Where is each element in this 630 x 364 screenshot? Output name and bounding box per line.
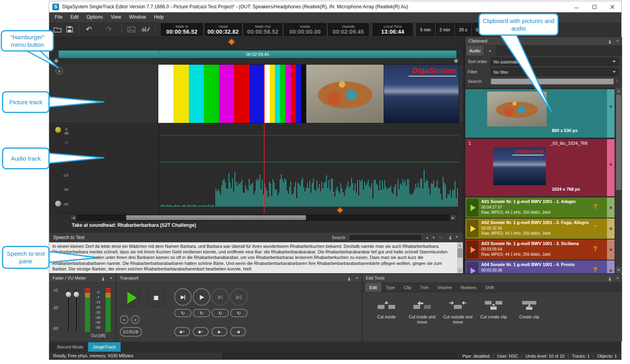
- picture-tool-button[interactable]: [126, 24, 137, 34]
- fader-close-button[interactable]: ×: [110, 276, 112, 280]
- menu-options[interactable]: Options: [83, 12, 107, 22]
- item-delete-strip[interactable]: ×: [607, 139, 615, 196]
- fader-handle-left[interactable]: [65, 291, 71, 297]
- clipboard-item-audio-1[interactable]: A01 Sonate Nr. 1 g-moll BWV 1001 - 1. Ad…: [465, 197, 615, 218]
- fader-pin-button[interactable]: [101, 276, 105, 283]
- next-marker-button[interactable]: ▶: [211, 327, 227, 336]
- menu-window[interactable]: Window: [125, 12, 150, 22]
- sort-order-dropdown[interactable]: No automatic sort: [491, 58, 618, 65]
- speech-transcript[interactable]: In einem kleinen Dorf da lebte einst ein…: [49, 242, 463, 273]
- save-button[interactable]: [64, 24, 75, 34]
- close-button[interactable]: [603, 1, 621, 12]
- clipboard-item-audio-4[interactable]: A04 Sonate Nr. 1 g-moll BWV 1001 - 4. Pr…: [465, 261, 615, 273]
- colorbar-image[interactable]: [158, 65, 265, 123]
- picture-track[interactable]: ≡ DigaSystem: [49, 65, 463, 123]
- item-delete-strip[interactable]: ×: [607, 218, 615, 239]
- timecode-outside[interactable]: Outside 00:02:09.45: [328, 23, 369, 36]
- speech-scrollbar[interactable]: ▲ ▼: [457, 242, 463, 273]
- loop-button-1[interactable]: ↻: [174, 309, 192, 317]
- redo-button[interactable]: ↷: [103, 24, 114, 34]
- edit-tools-pin-button[interactable]: [608, 276, 612, 283]
- add-marker-button[interactable]: ◆+: [174, 327, 190, 336]
- tab-clip[interactable]: Clip: [400, 283, 416, 292]
- tab-edit[interactable]: Edit: [365, 283, 381, 292]
- zoom-2min-button[interactable]: 2 min: [436, 23, 454, 36]
- maximize-button[interactable]: [586, 1, 603, 12]
- prev-marker-button[interactable]: ◀: [230, 327, 246, 336]
- clipboard-pin-button[interactable]: [608, 39, 612, 46]
- cut-outside-move-button[interactable]: Cut outside and move: [441, 296, 474, 336]
- loop-button-3[interactable]: ↻: [211, 309, 229, 317]
- clipboard-scrollbar[interactable]: ▲ ▼: [615, 88, 622, 273]
- cut-inside-button[interactable]: Cut inside: [370, 296, 403, 336]
- tab-trim[interactable]: Trim: [416, 283, 433, 292]
- zoom-20s-button[interactable]: 20 s: [455, 23, 471, 36]
- tab-shift[interactable]: Shift: [481, 283, 498, 292]
- speech-scroll-down[interactable]: ▼: [457, 268, 463, 273]
- hamburger-menu-button[interactable]: ≡: [56, 67, 63, 75]
- speech-pin-button[interactable]: [448, 235, 452, 242]
- minimize-button[interactable]: [568, 1, 586, 12]
- clipboard-tab-audio[interactable]: Audio: [466, 46, 484, 56]
- item-delete-strip[interactable]: ×: [607, 239, 615, 260]
- speech-scroll-thumb[interactable]: [457, 248, 463, 258]
- audio-track[interactable]: -5 dB -7 -9 -13 -18 -40: [49, 125, 463, 213]
- tab-volume[interactable]: Volume: [433, 283, 456, 292]
- timecode-inside[interactable]: Inside 00:00:00.00: [284, 23, 326, 36]
- menu-edit[interactable]: Edit: [66, 12, 83, 22]
- waveform-edit-button[interactable]: [140, 24, 151, 34]
- transport-close-button[interactable]: ×: [356, 276, 358, 280]
- lizard-mosaic-image[interactable]: [306, 65, 384, 123]
- timecode-mark-in[interactable]: Mark In 00:00:56.52: [161, 23, 203, 36]
- skip-forward-button[interactable]: »: [131, 315, 140, 324]
- timecode-local-time[interactable]: Local Time 13:06:44: [373, 23, 413, 36]
- cut-inside-move-button[interactable]: Cut inside and move: [405, 296, 439, 336]
- speech-close-button[interactable]: ×: [455, 234, 458, 239]
- remove-marker-button[interactable]: ◆−: [193, 327, 209, 336]
- item-play-button[interactable]: [467, 241, 478, 259]
- pan-knob[interactable]: [55, 200, 61, 207]
- tab-markers[interactable]: Markers: [456, 283, 481, 292]
- clipboard-item-picture-1[interactable]: 800 x 530 px ×: [465, 89, 615, 138]
- item-delete-strip[interactable]: ×: [607, 261, 615, 273]
- item-help-icon[interactable]: ?: [593, 245, 597, 253]
- clipboard-tab-add[interactable]: +: [484, 46, 496, 56]
- cut-create-clip-button[interactable]: Cut create clip: [477, 296, 510, 336]
- scroll-left-button[interactable]: ◀: [70, 215, 77, 220]
- tab-record-mode[interactable]: Record Mode: [52, 342, 88, 352]
- loop-button-4[interactable]: ↻: [230, 309, 248, 317]
- menu-view[interactable]: View: [107, 12, 125, 22]
- scrub-button[interactable]: SCRUB: [120, 327, 142, 337]
- volume-envelope-line-red[interactable]: [159, 135, 459, 136]
- clipboard-close-button[interactable]: ×: [617, 38, 619, 43]
- play-to-end-button[interactable]: ▶|: [174, 288, 192, 306]
- search-prev-button[interactable]: ▲: [424, 235, 430, 240]
- tab-type[interactable]: Type: [381, 283, 400, 292]
- skip-back-button[interactable]: «: [120, 315, 129, 324]
- search-clear-button[interactable]: ×: [437, 235, 443, 240]
- item-play-button[interactable]: [467, 220, 478, 238]
- filter-dropdown[interactable]: No filter: [491, 68, 618, 76]
- clipboard-search-clear-button[interactable]: ×: [615, 78, 618, 84]
- scroll-right-button[interactable]: ▶: [450, 215, 456, 220]
- item-delete-strip[interactable]: ×: [607, 197, 615, 218]
- waveform-region[interactable]: [159, 125, 459, 213]
- item-play-button[interactable]: [467, 262, 478, 273]
- overview-start-marker[interactable]: [54, 58, 59, 63]
- clipboard-item-audio-3[interactable]: A03 Sonate Nr. 1 g-moll BWV 1001 - 3. Si…: [465, 239, 615, 260]
- timeline-overview-bar[interactable]: 00:02:09.45: [58, 50, 457, 58]
- clipboard-search-input[interactable]: [491, 79, 614, 84]
- scrollbar-thumb[interactable]: [126, 215, 306, 220]
- playhead-cursor[interactable]: [264, 65, 265, 213]
- item-help-icon[interactable]: ?: [593, 203, 597, 211]
- edit-tools-close-button[interactable]: ×: [617, 276, 619, 280]
- fader-handle-right[interactable]: [73, 291, 79, 297]
- timecode-mark-out[interactable]: Mark Out 00:00:56.52: [244, 23, 282, 36]
- play-button[interactable]: [121, 288, 140, 307]
- search-next-button[interactable]: ▼: [431, 235, 436, 240]
- timecode-head[interactable]: Head 00:00:32.82: [205, 23, 242, 36]
- stop-button[interactable]: ■: [147, 288, 165, 307]
- play-from-mark-button[interactable]: |▶: [193, 288, 210, 306]
- clipboard-item-picture-2[interactable]: 1 _03_ibc_1024_768 DigaSystem 1024 x 768…: [465, 139, 615, 196]
- timeline-ruler[interactable]: [49, 37, 463, 50]
